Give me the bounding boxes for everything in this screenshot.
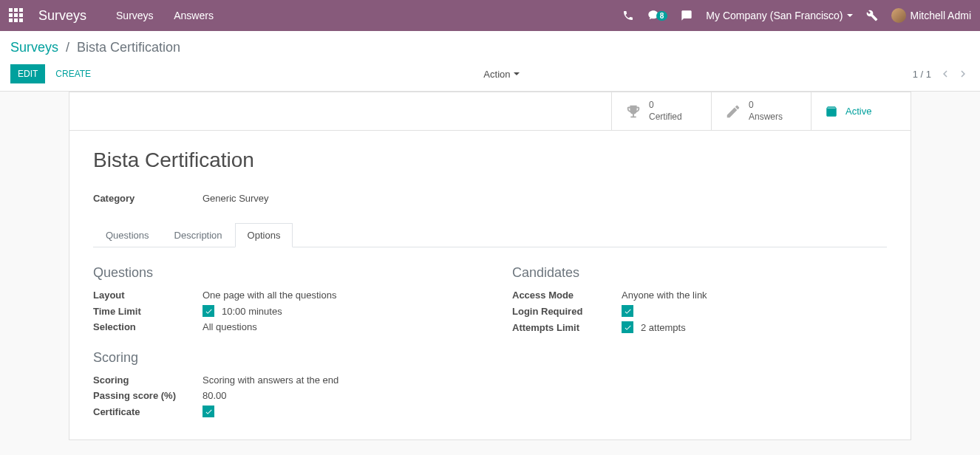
user-menu[interactable]: Mitchell Admi [891, 8, 971, 23]
edit-note-icon [725, 103, 741, 120]
archive-icon [825, 105, 838, 118]
selection-value: All questions [203, 321, 257, 332]
chevron-down-icon [847, 14, 853, 17]
record-title: Bista Certification [93, 148, 887, 172]
timelimit-label: Time Limit [93, 306, 203, 317]
tab-questions[interactable]: Questions [93, 223, 162, 247]
form-sheet: 0 Certified 0 Answers Active Bista Certi… [69, 92, 911, 440]
debug-icon[interactable] [866, 10, 878, 21]
certificate-label: Certificate [93, 406, 203, 417]
tab-description[interactable]: Description [162, 223, 235, 247]
breadcrumb-parent[interactable]: Surveys [10, 40, 58, 55]
scoring-value: Scoring with answers at the end [203, 374, 338, 386]
pager-position: 1 / 1 [913, 69, 931, 80]
action-label: Action [483, 69, 510, 80]
stat-active[interactable]: Active [811, 92, 911, 130]
options-panel: Questions Layout One page with all the q… [93, 265, 887, 422]
stat-answers-count: 0 [749, 100, 783, 112]
systray: 8 My Company (San Francisco) Mitchell Ad… [622, 8, 971, 23]
stat-button-row: 0 Certified 0 Answers Active [69, 92, 911, 131]
nav-surveys[interactable]: Surveys [116, 10, 154, 21]
section-scoring: Scoring [93, 350, 468, 366]
pager-next-icon[interactable] [956, 67, 970, 81]
layout-value: One page with all the questions [203, 290, 336, 301]
company-name: My Company (San Francisco) [706, 10, 843, 21]
attempts-value: 2 attempts [641, 322, 686, 333]
login-checkbox[interactable] [622, 305, 633, 317]
chevron-down-icon [514, 72, 520, 75]
attempts-label: Attempts Limit [512, 322, 622, 333]
section-candidates: Candidates [512, 265, 887, 281]
stat-certified-label: Certified [649, 112, 682, 123]
stat-certified[interactable]: 0 Certified [611, 92, 711, 130]
messaging-badge: 8 [656, 11, 668, 21]
edit-button[interactable]: EDIT [10, 64, 45, 83]
avatar [891, 8, 906, 23]
access-mode-label: Access Mode [512, 290, 622, 301]
pager: 1 / 1 [913, 67, 970, 81]
create-button[interactable]: CREATE [55, 69, 91, 79]
login-label: Login Required [512, 306, 622, 317]
tabs: Questions Description Options [93, 223, 887, 247]
pager-prev-icon[interactable] [939, 67, 952, 81]
layout-label: Layout [93, 290, 203, 301]
breadcrumb: Surveys / Bista Certification [10, 40, 970, 55]
category-value: Generic Survey [203, 193, 269, 204]
stat-answers-label: Answers [749, 112, 783, 123]
stat-active-label: Active [845, 106, 871, 117]
section-questions: Questions [93, 265, 468, 281]
phone-icon[interactable] [622, 10, 634, 21]
attempts-checkbox[interactable] [622, 321, 633, 333]
top-nav-bar: Surveys Surveys Answers 8 My Company (Sa… [0, 0, 980, 31]
breadcrumb-current: Bista Certification [77, 40, 180, 55]
messaging-icon[interactable]: 8 [647, 10, 668, 21]
user-name: Mitchell Admi [911, 10, 971, 21]
timelimit-checkbox[interactable] [203, 305, 214, 317]
category-label: Category [93, 193, 203, 204]
action-dropdown[interactable]: Action [483, 69, 520, 80]
scoring-label: Scoring [93, 374, 203, 386]
tab-options[interactable]: Options [235, 223, 293, 247]
nav-answers[interactable]: Answers [174, 10, 214, 21]
app-brand: Surveys [38, 8, 86, 24]
certificate-checkbox[interactable] [203, 406, 214, 417]
selection-label: Selection [93, 321, 203, 332]
passing-value: 80.00 [203, 390, 227, 401]
apps-grid-icon[interactable] [9, 8, 24, 23]
control-panel: Surveys / Bista Certification EDIT CREAT… [0, 31, 980, 92]
nav-links: Surveys Answers [116, 10, 231, 21]
chat-icon[interactable] [681, 10, 693, 21]
access-mode-value: Anyone with the link [622, 290, 707, 301]
breadcrumb-separator: / [66, 40, 69, 55]
trophy-icon [625, 103, 642, 120]
stat-answers[interactable]: 0 Answers [711, 92, 811, 130]
company-switcher[interactable]: My Company (San Francisco) [706, 10, 852, 21]
timelimit-value: 10:00 minutes [222, 306, 282, 317]
stat-certified-count: 0 [649, 100, 682, 112]
passing-label: Passing score (%) [93, 390, 203, 401]
